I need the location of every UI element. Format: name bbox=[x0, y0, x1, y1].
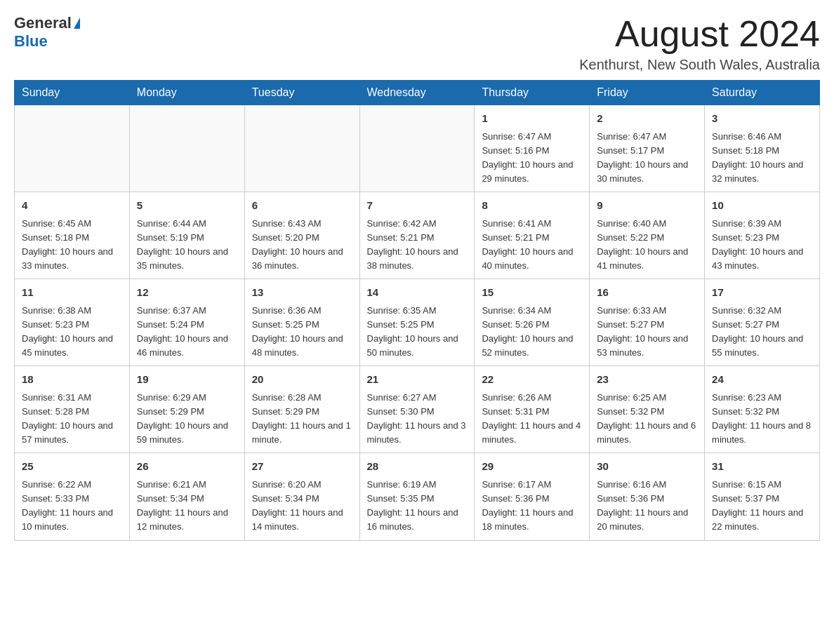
logo-blue-text: Blue bbox=[14, 32, 48, 51]
calendar-day-cell: 20Sunrise: 6:28 AM Sunset: 5:29 PM Dayli… bbox=[244, 366, 359, 453]
day-number: 2 bbox=[597, 111, 697, 127]
day-info: Sunrise: 6:34 AM Sunset: 5:26 PM Dayligh… bbox=[482, 305, 573, 358]
day-number: 9 bbox=[597, 198, 697, 214]
calendar-header-row: SundayMondayTuesdayWednesdayThursdayFrid… bbox=[15, 81, 820, 105]
day-info: Sunrise: 6:19 AM Sunset: 5:35 PM Dayligh… bbox=[367, 479, 458, 532]
day-info: Sunrise: 6:36 AM Sunset: 5:25 PM Dayligh… bbox=[252, 305, 343, 358]
calendar-day-header: Monday bbox=[129, 81, 244, 105]
day-info: Sunrise: 6:32 AM Sunset: 5:27 PM Dayligh… bbox=[712, 305, 803, 358]
day-number: 26 bbox=[137, 459, 237, 475]
day-number: 17 bbox=[712, 285, 812, 301]
day-number: 21 bbox=[367, 372, 468, 388]
day-info: Sunrise: 6:25 AM Sunset: 5:32 PM Dayligh… bbox=[597, 392, 696, 445]
calendar-day-cell: 25Sunrise: 6:22 AM Sunset: 5:33 PM Dayli… bbox=[15, 453, 130, 540]
day-number: 8 bbox=[482, 198, 582, 214]
calendar-day-cell: 27Sunrise: 6:20 AM Sunset: 5:34 PM Dayli… bbox=[244, 453, 359, 540]
day-number: 23 bbox=[597, 372, 697, 388]
day-number: 5 bbox=[137, 198, 237, 214]
day-info: Sunrise: 6:37 AM Sunset: 5:24 PM Dayligh… bbox=[137, 305, 228, 358]
day-number: 7 bbox=[367, 198, 468, 214]
day-number: 6 bbox=[252, 198, 352, 214]
day-info: Sunrise: 6:42 AM Sunset: 5:21 PM Dayligh… bbox=[367, 218, 458, 271]
calendar-day-cell: 10Sunrise: 6:39 AM Sunset: 5:23 PM Dayli… bbox=[705, 192, 820, 279]
day-info: Sunrise: 6:44 AM Sunset: 5:19 PM Dayligh… bbox=[137, 218, 228, 271]
day-info: Sunrise: 6:35 AM Sunset: 5:25 PM Dayligh… bbox=[367, 305, 458, 358]
day-number: 27 bbox=[252, 459, 352, 475]
calendar-day-cell: 5Sunrise: 6:44 AM Sunset: 5:19 PM Daylig… bbox=[129, 192, 244, 279]
calendar-day-header: Sunday bbox=[15, 81, 130, 105]
day-number: 10 bbox=[712, 198, 812, 214]
day-number: 14 bbox=[367, 285, 468, 301]
calendar-day-cell: 2Sunrise: 6:47 AM Sunset: 5:17 PM Daylig… bbox=[590, 105, 705, 192]
calendar-day-cell: 9Sunrise: 6:40 AM Sunset: 5:22 PM Daylig… bbox=[590, 192, 705, 279]
day-number: 22 bbox=[482, 372, 582, 388]
day-info: Sunrise: 6:28 AM Sunset: 5:29 PM Dayligh… bbox=[252, 392, 351, 445]
calendar-week-row: 18Sunrise: 6:31 AM Sunset: 5:28 PM Dayli… bbox=[15, 366, 820, 453]
day-info: Sunrise: 6:15 AM Sunset: 5:37 PM Dayligh… bbox=[712, 479, 803, 532]
calendar-week-row: 1Sunrise: 6:47 AM Sunset: 5:16 PM Daylig… bbox=[15, 105, 820, 192]
day-number: 19 bbox=[137, 372, 237, 388]
calendar-day-cell bbox=[129, 105, 244, 192]
calendar-day-cell: 29Sunrise: 6:17 AM Sunset: 5:36 PM Dayli… bbox=[475, 453, 590, 540]
month-title: August 2024 bbox=[579, 14, 820, 54]
day-number: 18 bbox=[22, 372, 122, 388]
calendar-day-header: Tuesday bbox=[244, 81, 359, 105]
calendar-day-cell: 31Sunrise: 6:15 AM Sunset: 5:37 PM Dayli… bbox=[705, 453, 820, 540]
calendar-day-cell: 11Sunrise: 6:38 AM Sunset: 5:23 PM Dayli… bbox=[15, 279, 130, 366]
day-number: 16 bbox=[597, 285, 697, 301]
day-info: Sunrise: 6:40 AM Sunset: 5:22 PM Dayligh… bbox=[597, 218, 688, 271]
calendar-day-cell: 4Sunrise: 6:45 AM Sunset: 5:18 PM Daylig… bbox=[15, 192, 130, 279]
calendar-day-cell: 23Sunrise: 6:25 AM Sunset: 5:32 PM Dayli… bbox=[590, 366, 705, 453]
day-number: 31 bbox=[712, 459, 812, 475]
day-info: Sunrise: 6:22 AM Sunset: 5:33 PM Dayligh… bbox=[22, 479, 113, 532]
day-info: Sunrise: 6:31 AM Sunset: 5:28 PM Dayligh… bbox=[22, 392, 113, 445]
calendar-table: SundayMondayTuesdayWednesdayThursdayFrid… bbox=[14, 80, 820, 540]
day-info: Sunrise: 6:46 AM Sunset: 5:18 PM Dayligh… bbox=[712, 131, 803, 184]
day-number: 15 bbox=[482, 285, 582, 301]
day-number: 28 bbox=[367, 459, 468, 475]
day-number: 30 bbox=[597, 459, 697, 475]
calendar-day-cell: 26Sunrise: 6:21 AM Sunset: 5:34 PM Dayli… bbox=[129, 453, 244, 540]
calendar-day-cell: 24Sunrise: 6:23 AM Sunset: 5:32 PM Dayli… bbox=[705, 366, 820, 453]
day-info: Sunrise: 6:45 AM Sunset: 5:18 PM Dayligh… bbox=[22, 218, 113, 271]
calendar-day-cell: 18Sunrise: 6:31 AM Sunset: 5:28 PM Dayli… bbox=[15, 366, 130, 453]
day-info: Sunrise: 6:20 AM Sunset: 5:34 PM Dayligh… bbox=[252, 479, 343, 532]
calendar-day-cell: 8Sunrise: 6:41 AM Sunset: 5:21 PM Daylig… bbox=[475, 192, 590, 279]
day-number: 29 bbox=[482, 459, 582, 475]
calendar-day-cell: 6Sunrise: 6:43 AM Sunset: 5:20 PM Daylig… bbox=[244, 192, 359, 279]
logo: General Blue bbox=[14, 14, 80, 51]
day-number: 25 bbox=[22, 459, 122, 475]
day-number: 1 bbox=[482, 111, 582, 127]
page-header: General Blue August 2024 Kenthurst, New … bbox=[14, 14, 820, 73]
logo-general-text: General bbox=[14, 14, 72, 32]
calendar-day-cell: 17Sunrise: 6:32 AM Sunset: 5:27 PM Dayli… bbox=[705, 279, 820, 366]
calendar-day-cell: 1Sunrise: 6:47 AM Sunset: 5:16 PM Daylig… bbox=[475, 105, 590, 192]
day-number: 20 bbox=[252, 372, 352, 388]
day-info: Sunrise: 6:21 AM Sunset: 5:34 PM Dayligh… bbox=[137, 479, 228, 532]
day-number: 12 bbox=[137, 285, 237, 301]
calendar-day-cell: 14Sunrise: 6:35 AM Sunset: 5:25 PM Dayli… bbox=[359, 279, 475, 366]
calendar-day-cell bbox=[15, 105, 130, 192]
day-info: Sunrise: 6:17 AM Sunset: 5:36 PM Dayligh… bbox=[482, 479, 573, 532]
calendar-day-cell: 22Sunrise: 6:26 AM Sunset: 5:31 PM Dayli… bbox=[475, 366, 590, 453]
day-info: Sunrise: 6:26 AM Sunset: 5:31 PM Dayligh… bbox=[482, 392, 581, 445]
day-info: Sunrise: 6:47 AM Sunset: 5:17 PM Dayligh… bbox=[597, 131, 688, 184]
day-number: 11 bbox=[22, 285, 122, 301]
logo-triangle-icon bbox=[74, 18, 80, 29]
day-number: 4 bbox=[22, 198, 122, 214]
calendar-day-header: Saturday bbox=[705, 81, 820, 105]
location-subtitle: Kenthurst, New South Wales, Australia bbox=[579, 57, 820, 73]
calendar-day-cell: 21Sunrise: 6:27 AM Sunset: 5:30 PM Dayli… bbox=[359, 366, 475, 453]
day-info: Sunrise: 6:41 AM Sunset: 5:21 PM Dayligh… bbox=[482, 218, 573, 271]
calendar-week-row: 11Sunrise: 6:38 AM Sunset: 5:23 PM Dayli… bbox=[15, 279, 820, 366]
calendar-day-cell: 30Sunrise: 6:16 AM Sunset: 5:36 PM Dayli… bbox=[590, 453, 705, 540]
day-info: Sunrise: 6:47 AM Sunset: 5:16 PM Dayligh… bbox=[482, 131, 573, 184]
day-info: Sunrise: 6:16 AM Sunset: 5:36 PM Dayligh… bbox=[597, 479, 688, 532]
calendar-day-header: Wednesday bbox=[359, 81, 475, 105]
calendar-day-cell: 13Sunrise: 6:36 AM Sunset: 5:25 PM Dayli… bbox=[244, 279, 359, 366]
day-info: Sunrise: 6:38 AM Sunset: 5:23 PM Dayligh… bbox=[22, 305, 113, 358]
calendar-day-cell: 15Sunrise: 6:34 AM Sunset: 5:26 PM Dayli… bbox=[475, 279, 590, 366]
calendar-day-header: Thursday bbox=[475, 81, 590, 105]
calendar-day-cell: 28Sunrise: 6:19 AM Sunset: 5:35 PM Dayli… bbox=[359, 453, 475, 540]
calendar-week-row: 25Sunrise: 6:22 AM Sunset: 5:33 PM Dayli… bbox=[15, 453, 820, 540]
